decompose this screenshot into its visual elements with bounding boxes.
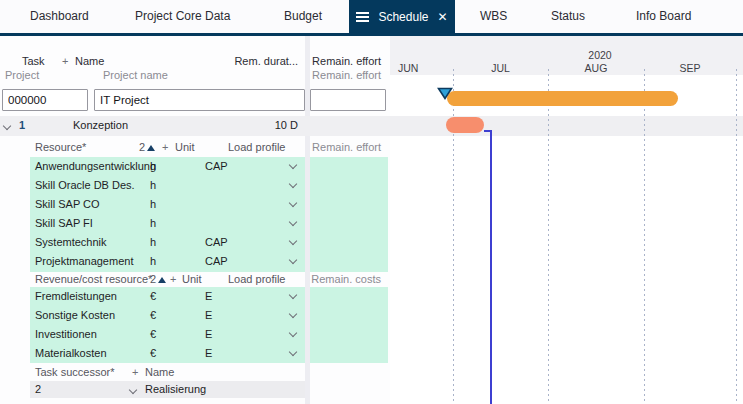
gantt-timeline-header: 2020 JUN JUL AUG SEP bbox=[390, 36, 743, 75]
cost-section-title: Revenue/cost resource* bbox=[35, 273, 152, 285]
resource-name: Projektmanagement bbox=[35, 255, 133, 267]
month-gridline bbox=[736, 69, 737, 404]
month-gridline bbox=[548, 69, 549, 404]
resource-unit: h bbox=[150, 160, 156, 172]
resource-unit: h bbox=[150, 236, 156, 248]
cost-row[interactable]: Sonstige Kosten € E bbox=[0, 306, 390, 325]
cost-row[interactable]: Materialkosten € E bbox=[0, 344, 390, 363]
hamburger-menu-icon[interactable] bbox=[356, 10, 369, 24]
resource-effort-header: Remain. effort bbox=[310, 141, 381, 153]
project-id-input[interactable] bbox=[2, 89, 88, 111]
tab-schedule-label: Schedule bbox=[378, 10, 428, 24]
tab-dashboard[interactable]: Dashboard bbox=[30, 0, 89, 33]
close-icon[interactable]: ✕ bbox=[437, 10, 447, 24]
successor-name: Realisierung bbox=[145, 383, 206, 395]
sort-asc-icon bbox=[147, 145, 155, 151]
cost-remain-header: Remain. costs bbox=[310, 273, 381, 285]
resource-load: CAP bbox=[205, 255, 228, 267]
gantt-month-label: AUG bbox=[548, 62, 644, 74]
gantt-month-label: JUL bbox=[453, 62, 548, 74]
task-table-pane: Task + Name Rem. durat... Remain. effort… bbox=[0, 36, 390, 404]
tab-budget[interactable]: Budget bbox=[284, 0, 322, 33]
sort-indicator[interactable]: 2 bbox=[139, 141, 155, 153]
successor-section-title: Task successor* bbox=[35, 366, 114, 378]
resource-load: CAP bbox=[205, 236, 228, 248]
add-column-icon[interactable]: + bbox=[62, 55, 68, 67]
resource-name: Anwendungsentwicklung bbox=[35, 160, 156, 172]
resource-name: Systemtechnik bbox=[35, 236, 107, 248]
gantt-month-label: JUN bbox=[394, 62, 454, 74]
task-row-konzeption[interactable]: 1 Konzeption 10 D bbox=[0, 116, 390, 136]
resource-load: CAP bbox=[205, 160, 228, 172]
resource-section-header: Resource* 2 + Unit Load profile Remain. … bbox=[0, 139, 390, 157]
task-name: Konzeption bbox=[73, 119, 128, 131]
resource-row[interactable]: Systemtechnik h CAP bbox=[0, 233, 390, 252]
cost-name: Investitionen bbox=[35, 328, 97, 340]
resource-name: Skill SAP CO bbox=[35, 198, 100, 210]
resource-row[interactable]: Skill Oracle DB Des. h bbox=[0, 176, 390, 195]
task-rem-duration: 10 D bbox=[230, 119, 298, 131]
cost-load: E bbox=[205, 347, 212, 359]
cost-unit: € bbox=[150, 290, 156, 302]
subheader-project-name: Project name bbox=[103, 69, 168, 81]
resource-unit: h bbox=[150, 255, 156, 267]
col-header-remain-effort[interactable]: Remain. effort bbox=[310, 55, 381, 67]
cost-row[interactable]: Fremdleistungen € E bbox=[0, 287, 390, 306]
tab-project-core-data[interactable]: Project Core Data bbox=[135, 0, 230, 33]
cost-name: Materialkosten bbox=[35, 347, 107, 359]
project-input-row bbox=[0, 89, 390, 111]
cost-section-header: Revenue/cost resource* 2 + Unit Load pro… bbox=[0, 273, 390, 287]
resource-row[interactable]: Projektmanagement h CAP bbox=[0, 252, 390, 272]
subheader-remain-effort: Remain. effort bbox=[310, 69, 381, 81]
gantt-row-highlight bbox=[390, 116, 743, 136]
dependency-connector-line bbox=[490, 130, 492, 404]
resource-name: Skill SAP FI bbox=[35, 217, 93, 229]
cost-unit-header[interactable]: Unit bbox=[182, 273, 202, 285]
add-successor-icon[interactable]: + bbox=[132, 366, 138, 378]
cost-load: E bbox=[205, 328, 212, 340]
resource-section-title: Resource* bbox=[35, 141, 86, 153]
successor-name-header[interactable]: Name bbox=[145, 366, 174, 378]
col-header-rem-duration[interactable]: Rem. durat... bbox=[230, 55, 298, 67]
cost-unit: € bbox=[150, 309, 156, 321]
resource-unit: h bbox=[150, 179, 156, 191]
tab-wbs[interactable]: WBS bbox=[480, 0, 507, 33]
successor-id: 2 bbox=[35, 383, 41, 395]
gantt-chart-pane: 2020 JUN JUL AUG SEP bbox=[390, 36, 743, 404]
add-cost-resource-icon[interactable]: + bbox=[170, 273, 176, 285]
gantt-year-label: 2020 bbox=[540, 49, 660, 61]
resource-row[interactable]: Anwendungsentwicklung h CAP bbox=[0, 157, 390, 176]
resource-row[interactable]: Skill SAP CO h bbox=[0, 195, 390, 214]
tab-schedule[interactable]: Schedule ✕ bbox=[349, 0, 455, 33]
tab-status[interactable]: Status bbox=[551, 0, 585, 33]
cost-row[interactable]: Investitionen € E bbox=[0, 325, 390, 344]
collapse-expander-icon[interactable] bbox=[3, 122, 11, 130]
task-number: 1 bbox=[19, 119, 25, 131]
subheader-project: Project bbox=[5, 69, 39, 81]
tab-info-board[interactable]: Info Board bbox=[636, 0, 691, 33]
remain-effort-input[interactable] bbox=[310, 89, 386, 111]
add-resource-icon[interactable]: + bbox=[162, 141, 168, 153]
gantt-bar-project[interactable] bbox=[447, 91, 678, 106]
sort-indicator[interactable]: 2 bbox=[150, 273, 166, 285]
cost-load-header[interactable]: Load profile bbox=[228, 273, 286, 285]
cost-unit: € bbox=[150, 328, 156, 340]
cost-unit: € bbox=[150, 347, 156, 359]
resource-load-header[interactable]: Load profile bbox=[228, 141, 286, 153]
schedule-app-window: Dashboard Project Core Data Budget Sched… bbox=[0, 0, 743, 404]
gantt-month-label: SEP bbox=[644, 62, 736, 74]
col-header-name[interactable]: Name bbox=[75, 55, 104, 67]
resource-unit: h bbox=[150, 217, 156, 229]
table-subheader-row: Project Project name Remain. effort bbox=[0, 69, 390, 85]
gantt-bar-konzeption[interactable] bbox=[446, 117, 484, 133]
col-header-task[interactable]: Task bbox=[22, 55, 45, 67]
start-marker-triangle-icon[interactable] bbox=[437, 87, 453, 100]
tab-bar: Dashboard Project Core Data Budget Sched… bbox=[0, 0, 743, 33]
project-name-input[interactable] bbox=[94, 89, 305, 111]
successor-row[interactable]: 2 Realisierung bbox=[0, 381, 390, 398]
resource-unit-header[interactable]: Unit bbox=[175, 141, 195, 153]
cost-load: E bbox=[205, 309, 212, 321]
resource-row[interactable]: Skill SAP FI h bbox=[0, 214, 390, 233]
resource-name: Skill Oracle DB Des. bbox=[35, 179, 135, 191]
successor-section-header: Task successor* + Name bbox=[0, 366, 390, 381]
